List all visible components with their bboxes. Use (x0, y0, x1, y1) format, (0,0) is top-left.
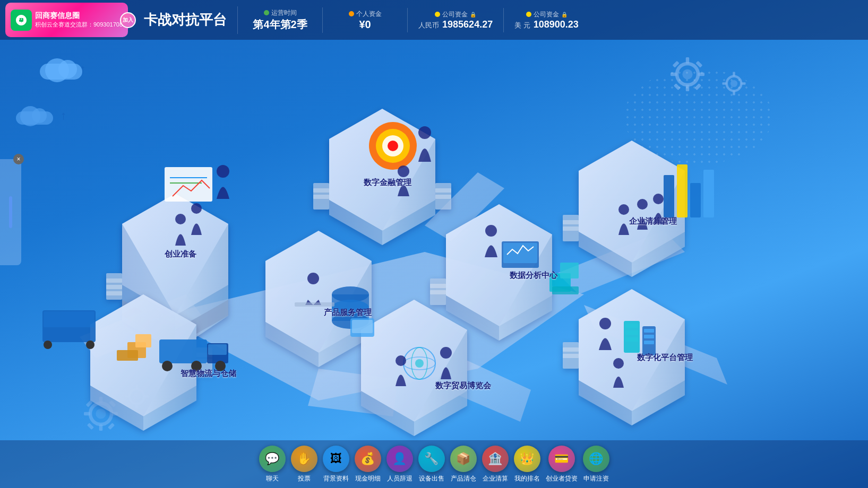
svg-rect-88 (208, 344, 227, 355)
side-panel-close[interactable]: × (13, 154, 24, 164)
rmb-currency: 人民币 (418, 21, 439, 30)
wechat-sub: 积创云全赛道交流群：909301708 (35, 21, 123, 29)
svg-rect-121 (690, 183, 701, 217)
toolbar-icon-my-rank: 👑 (514, 446, 540, 472)
svg-rect-118 (552, 286, 579, 294)
svg-rect-63 (563, 226, 579, 231)
usd-currency: 美 元 (514, 21, 530, 30)
svg-point-131 (396, 355, 406, 366)
svg-point-97 (175, 214, 186, 224)
label-product[interactable]: 产品服务管理 (324, 308, 372, 318)
company-funds-usd-block: 公司资金 🔒 美 元 108900.23 (503, 8, 589, 32)
toolbar-btn-enterprise-clear-btn[interactable]: 🏦企业清算 (482, 446, 509, 483)
toolbar-label-chat: 聊天 (266, 474, 279, 483)
svg-rect-120 (677, 164, 687, 217)
svg-point-123 (637, 199, 648, 210)
svg-rect-45 (435, 195, 451, 199)
toolbar-btn-personnel[interactable]: 👤人员辞退 (386, 446, 413, 483)
toolbar-icon-entrepreneur-loan: 💳 (548, 446, 575, 472)
toolbar-label-enterprise-clear-btn: 企业清算 (483, 474, 508, 483)
toolbar-label-my-rank: 我的排名 (514, 474, 540, 483)
svg-point-140 (599, 318, 611, 329)
toolbar-btn-product-clear[interactable]: 📦产品清仓 (450, 446, 477, 483)
toolbar-label-entrepreneur-loan: 创业者贷资 (546, 474, 578, 483)
label-data[interactable]: 数据分析中心 (510, 271, 557, 281)
company-funds-usd-value: 108900.23 (534, 19, 579, 30)
svg-rect-62 (563, 220, 579, 224)
svg-point-81 (44, 341, 52, 349)
svg-point-89 (162, 361, 173, 371)
svg-rect-77 (563, 347, 579, 352)
wechat-title: 回商赛信息圈 (35, 11, 123, 21)
operation-time-block: 运营时间 第4年第2季 (237, 6, 322, 34)
svg-rect-56 (430, 284, 446, 288)
gold-dot-1 (435, 12, 440, 17)
toolbar-btn-vote[interactable]: ✋投票 (291, 446, 317, 483)
toolbar-btn-apply-register[interactable]: 🌐申请注资 (583, 446, 609, 483)
wechat-add-button[interactable]: 加入 (120, 12, 136, 28)
label-enterprise[interactable]: 企业清算管理 (629, 216, 677, 226)
label-trade[interactable]: 数字贸易博览会 (435, 381, 491, 391)
svg-point-95 (217, 165, 229, 178)
label-finance[interactable]: 数字金融管理 (364, 178, 411, 188)
company-funds-usd-label: 公司资金 🔒 (526, 10, 568, 19)
svg-rect-110 (352, 320, 373, 333)
company-funds-rmb-label: 公司资金 🔒 (435, 10, 476, 19)
svg-point-102 (418, 126, 431, 139)
wechat-icon (11, 10, 32, 31)
svg-rect-137 (644, 329, 654, 333)
svg-rect-139 (644, 341, 654, 344)
svg-rect-134 (625, 330, 638, 335)
svg-point-141 (613, 358, 624, 369)
svg-point-130 (440, 347, 452, 359)
svg-rect-135 (625, 337, 638, 342)
toolbar-btn-my-rank[interactable]: 👑我的排名 (514, 446, 540, 483)
toolbar-icon-chat: 💬 (259, 446, 286, 472)
svg-rect-57 (430, 290, 446, 294)
svg-rect-86 (159, 339, 207, 363)
label-logistics[interactable]: 智慧物流与仓储 (181, 369, 236, 379)
svg-rect-39 (106, 291, 122, 295)
isometric-map (0, 40, 868, 443)
gold-dot-2 (526, 12, 531, 17)
wechat-card[interactable]: 回商赛信息圈 积创云全赛道交流群：909301708 加入 (5, 3, 128, 37)
toolbar-btn-cash-statement[interactable]: 💰现金明细 (355, 446, 381, 483)
toolbar-label-product-clear: 产品清仓 (451, 474, 476, 483)
platform-title: 卡战对抗平台 (128, 11, 237, 29)
operation-time-value: 第4年第2季 (253, 18, 307, 32)
svg-rect-48 (313, 195, 329, 199)
toolbar-label-personnel: 人员辞退 (387, 474, 412, 483)
side-panel: × (0, 159, 21, 265)
top-bar: 回商赛信息圈 积创云全赛道交流群：909301708 加入 卡战对抗平台 运营时… (0, 0, 868, 40)
toolbar-label-cash-statement: 现金明细 (355, 474, 381, 483)
toolbar-icon-background: 🖼 (323, 446, 349, 472)
svg-point-103 (398, 165, 409, 177)
toolbar-btn-entrepreneur-loan[interactable]: 💳创业者贷资 (546, 446, 578, 483)
svg-point-111 (307, 273, 319, 284)
side-panel-handle (9, 196, 12, 228)
svg-rect-80 (44, 311, 94, 327)
svg-rect-133 (625, 324, 638, 328)
toolbar-icon-vote: ✋ (291, 446, 317, 472)
green-dot (264, 10, 269, 15)
toolbar-btn-equipment-sell[interactable]: 🔧设备出售 (418, 446, 445, 483)
label-startup[interactable]: 创业准备 (165, 249, 196, 259)
company-funds-rmb-block: 公司资金 🔒 人民币 1985624.27 (407, 8, 503, 32)
personal-funds-value: ¥0 (359, 19, 371, 31)
svg-rect-112 (295, 302, 334, 307)
toolbar-icon-apply-register: 🌐 (583, 446, 609, 472)
svg-rect-78 (563, 354, 579, 358)
toolbar-btn-chat[interactable]: 💬聊天 (259, 446, 286, 483)
svg-rect-119 (664, 175, 674, 217)
toolbar-btn-background[interactable]: 🖼背景资料 (323, 446, 349, 483)
label-platform[interactable]: 数字化平台管理 (637, 353, 693, 363)
company-funds-rmb-value: 1985624.27 (442, 19, 493, 30)
svg-rect-122 (703, 170, 714, 217)
svg-rect-85 (117, 350, 138, 361)
orange-dot (349, 11, 354, 16)
svg-point-129 (415, 359, 424, 368)
svg-rect-84 (135, 334, 151, 347)
personal-funds-label: 个人资金 (349, 10, 382, 19)
svg-point-124 (653, 194, 664, 204)
svg-rect-47 (313, 188, 329, 193)
